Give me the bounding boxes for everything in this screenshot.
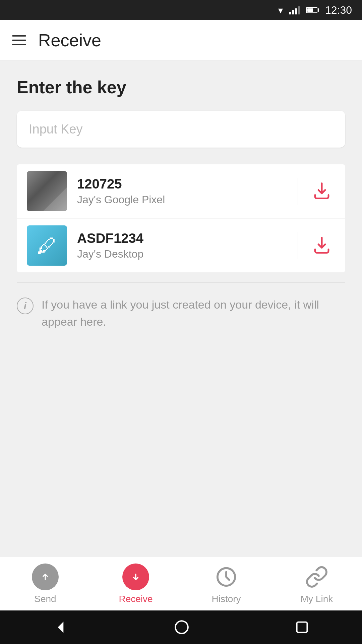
send-icon: [39, 571, 52, 583]
status-bar: ▾ 12:30: [0, 0, 362, 20]
nav-label-receive: Receive: [119, 594, 153, 604]
info-note: i If you have a link you just created on…: [17, 282, 345, 340]
device-thumbnail-desktop: 🖊: [27, 225, 67, 266]
device-key: 120725: [77, 176, 288, 192]
app-bar: Receive: [0, 20, 362, 60]
send-icon-circle: [32, 564, 59, 590]
recents-button[interactable]: [294, 620, 310, 635]
recents-icon: [294, 620, 310, 635]
device-name: Jay's Desktop: [77, 248, 288, 260]
system-nav: [0, 610, 362, 644]
key-input[interactable]: [29, 122, 333, 137]
device-info: ASDF1234 Jay's Desktop: [77, 231, 288, 260]
nav-item-send[interactable]: Send: [12, 564, 79, 604]
status-time: 12:30: [325, 4, 352, 16]
info-text: If you have a link you just created on y…: [42, 296, 345, 330]
nav-label-send: Send: [34, 594, 56, 604]
stylus-icon: 🖊: [37, 234, 57, 257]
download-icon: [312, 235, 332, 255]
download-button[interactable]: [308, 232, 335, 260]
info-icon: i: [17, 298, 34, 314]
back-icon: [52, 619, 69, 636]
home-button[interactable]: [173, 619, 190, 636]
device-info: 120725 Jay's Google Pixel: [77, 176, 288, 206]
history-icon-wrap: [213, 564, 240, 590]
mylink-icon-wrap: [303, 564, 330, 590]
svg-rect-4: [297, 622, 307, 633]
receive-icon: [129, 571, 142, 583]
key-input-container: [17, 111, 345, 148]
divider: [298, 232, 298, 259]
device-item: 120725 Jay's Google Pixel: [17, 164, 345, 218]
main-content: Enter the key 120725 Jay's Google Pixel: [0, 60, 362, 557]
nav-label-history: History: [212, 594, 241, 604]
link-icon: [305, 565, 328, 589]
nav-item-history[interactable]: History: [193, 564, 260, 604]
menu-button[interactable]: [12, 35, 26, 45]
divider: [298, 178, 298, 205]
nav-item-receive[interactable]: Receive: [102, 564, 169, 604]
download-button[interactable]: [308, 177, 335, 205]
device-item: 🖊 ASDF1234 Jay's Desktop: [17, 219, 345, 272]
battery-icon: [306, 7, 319, 13]
download-icon: [312, 181, 332, 201]
device-thumbnail-pixel: [27, 171, 67, 211]
history-icon: [215, 565, 238, 589]
bottom-nav: Send Receive History My Link: [0, 557, 362, 610]
device-list: 120725 Jay's Google Pixel 🖊 ASDF1234 Jay…: [17, 164, 345, 272]
back-button[interactable]: [52, 619, 69, 636]
receive-icon-circle: [122, 564, 149, 590]
svg-marker-2: [58, 622, 63, 633]
wifi-icon: ▾: [278, 5, 283, 16]
nav-label-mylink: My Link: [301, 594, 333, 604]
nav-item-mylink[interactable]: My Link: [283, 564, 350, 604]
signal-icon: [289, 6, 300, 14]
page-title: Receive: [38, 30, 101, 50]
device-key: ASDF1234: [77, 231, 288, 246]
device-name: Jay's Google Pixel: [77, 194, 288, 206]
section-heading: Enter the key: [17, 77, 345, 97]
svg-point-3: [175, 621, 188, 634]
home-icon: [173, 619, 190, 636]
